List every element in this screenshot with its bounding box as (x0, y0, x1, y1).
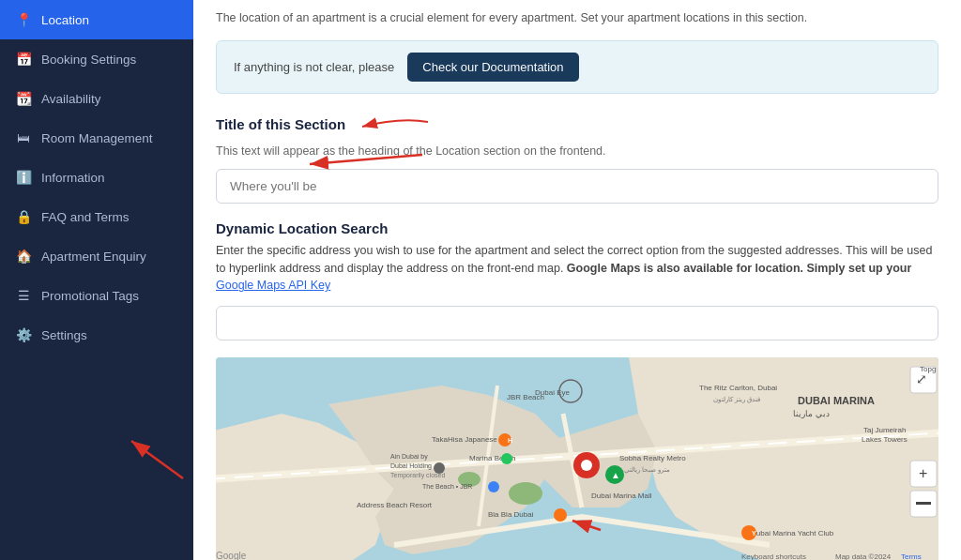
svg-text:Address Beach Resort: Address Beach Resort (357, 501, 433, 509)
map-container: DUBAI MARINA دبي مارينا The Ritz Carlton… (216, 357, 938, 560)
documentation-button[interactable]: Check our Documentation (407, 53, 578, 82)
svg-text:Map data ©2024: Map data ©2024 (835, 552, 892, 560)
sidebar-item-label: Location (41, 13, 89, 27)
svg-text:مترو صبحا ريالتي: مترو صبحا ريالتي (624, 466, 670, 474)
svg-text:Taj Jumeirah: Taj Jumeirah (863, 426, 906, 434)
availability-icon: 📆 (15, 90, 32, 107)
info-icon: ℹ️ (15, 169, 32, 186)
svg-text:Dubai Marina Mall: Dubai Marina Mall (591, 492, 652, 500)
svg-text:Topg: Topg (920, 365, 936, 373)
svg-text:Dubai Eye: Dubai Eye (535, 388, 570, 397)
title-section: Title of this Section This text will app… (216, 113, 938, 220)
svg-point-18 (501, 453, 512, 464)
bed-icon: 🛏 (15, 129, 32, 146)
sidebar-item-apartment-enquiry[interactable]: 🏠 Apartment Enquiry (0, 236, 193, 276)
title-input[interactable] (216, 169, 938, 204)
sidebar-item-label: Booking Settings (41, 53, 136, 67)
title-section-desc: This text will appear as the heading of … (216, 144, 938, 158)
sidebar-item-faq-terms[interactable]: 🔒 FAQ and Terms (0, 197, 193, 236)
sidebar-item-information[interactable]: ℹ️ Information (0, 158, 193, 197)
svg-text:Y: Y (752, 530, 756, 537)
svg-text:Lakes Towers: Lakes Towers (862, 435, 908, 444)
svg-text:The Beach • JBR: The Beach • JBR (422, 483, 472, 490)
svg-text:DUBAI MARINA: DUBAI MARINA (798, 395, 875, 406)
svg-rect-40 (916, 502, 931, 505)
sidebar-item-label: Settings (41, 328, 87, 342)
sidebar-item-label: Room Management (41, 131, 153, 145)
calendar-icon: 📅 (15, 51, 32, 68)
svg-point-34 (581, 460, 592, 471)
banner-text: If anything is not clear, please (234, 60, 394, 74)
svg-text:Terms: Terms (901, 552, 922, 560)
google-maps-api-link[interactable]: Google Maps API Key (216, 279, 330, 292)
sidebar-item-label: Information (41, 171, 105, 185)
main-content: The location of an apartment is a crucia… (193, 0, 961, 560)
page-intro: The location of an apartment is a crucia… (216, 9, 938, 27)
list-icon: ☰ (15, 287, 32, 304)
sidebar-item-availability[interactable]: 📆 Availability (0, 79, 193, 118)
dynamic-heading: Dynamic Location Search (216, 220, 938, 236)
gear-icon: ⚙️ (15, 326, 32, 343)
svg-text:H: H (508, 437, 512, 444)
svg-text:TakaHisa Japanese: TakaHisa Japanese (432, 435, 497, 444)
svg-text:Dubai Holding: Dubai Holding (390, 462, 432, 470)
sidebar-item-promotional-tags[interactable]: ☰ Promotional Tags (0, 276, 193, 315)
location-icon: 📍 (15, 11, 32, 28)
sidebar-item-settings[interactable]: ⚙️ Settings (0, 315, 193, 355)
sidebar-item-location[interactable]: 📍 Location (0, 0, 193, 39)
map-visual: DUBAI MARINA دبي مارينا The Ritz Carlton… (216, 357, 938, 560)
sidebar-item-label: Apartment Enquiry (41, 250, 146, 264)
svg-text:+: + (919, 465, 927, 481)
sidebar-item-label: Availability (41, 92, 101, 106)
svg-text:فندق ريتز كارلتون: فندق ريتز كارلتون (713, 396, 760, 403)
svg-point-22 (488, 481, 499, 492)
dynamic-location-section: Dynamic Location Search Enter the specif… (216, 220, 938, 560)
svg-text:▲: ▲ (611, 470, 620, 480)
sidebar-item-label: Promotional Tags (41, 289, 139, 303)
svg-text:Keyboard shortcuts: Keyboard shortcuts (741, 552, 806, 560)
svg-text:Sobha Realty Metro: Sobha Realty Metro (619, 454, 686, 462)
svg-point-2 (509, 482, 542, 505)
svg-text:⤢: ⤢ (916, 371, 927, 386)
info-banner: If anything is not clear, please Check o… (216, 40, 938, 94)
svg-text:Dubai Marina Yacht Club: Dubai Marina Yacht Club (751, 529, 834, 537)
sidebar-item-booking-settings[interactable]: 📅 Booking Settings (0, 39, 193, 79)
lock-icon: 🔒 (15, 208, 32, 225)
svg-text:Google: Google (216, 551, 247, 560)
apartment-icon: 🏠 (15, 248, 32, 265)
sidebar-item-room-management[interactable]: 🛏 Room Management (0, 118, 193, 158)
title-section-heading: Title of this Section (216, 116, 345, 132)
svg-point-30 (434, 462, 445, 474)
svg-point-20 (554, 508, 567, 522)
sidebar: 📍 Location 📅 Booking Settings 📆 Availabi… (0, 0, 193, 560)
dynamic-desc: Enter the specific address you wish to u… (216, 242, 938, 295)
address-input[interactable]: Dubai Marina, Dubai, United Arab Emirate… (216, 306, 938, 341)
red-arrow-1 (353, 113, 437, 141)
svg-text:Ain Dubai by: Ain Dubai by (390, 453, 428, 461)
sidebar-item-label: FAQ and Terms (41, 210, 130, 224)
svg-text:دبي مارينا: دبي مارينا (793, 409, 830, 419)
svg-text:Bla Bla Dubai: Bla Bla Dubai (488, 510, 534, 519)
svg-text:The Ritz Carlton, Dubai: The Ritz Carlton, Dubai (699, 384, 777, 392)
